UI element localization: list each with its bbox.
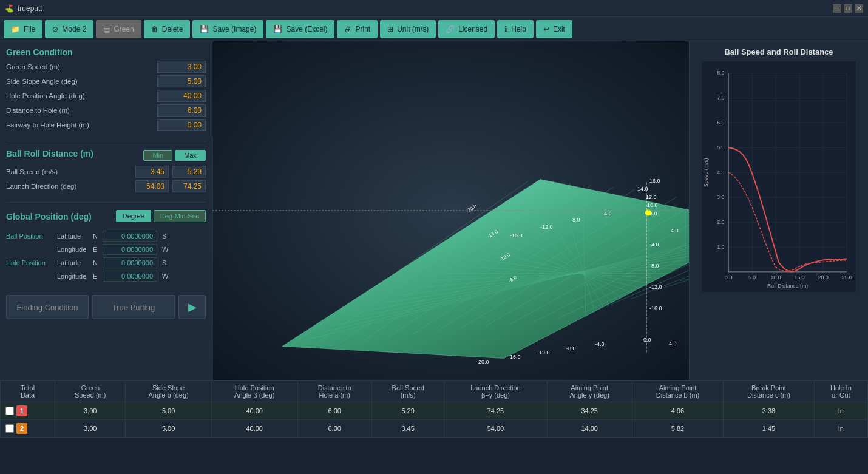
data-table-section: TotalData GreenSpeed (m) Side SlopeAngle… <box>0 380 868 474</box>
col-aim-angle: Aiming PointAngle γ (deg) <box>547 381 632 402</box>
gc-field-row-4: Fairway to Hole Height (m) <box>6 119 206 131</box>
launch-dir-values <box>135 180 206 192</box>
ball-lon-w-dir: W <box>162 246 169 253</box>
row-badge-0: 1 <box>16 405 27 416</box>
cell-break-dist-1: 1.45 <box>724 420 814 438</box>
max-ball-speed-input[interactable] <box>172 166 206 178</box>
left-panel: Green Condition Green Speed (m) Side Slo… <box>0 41 212 380</box>
speed-roll-chart: 8.0 7.0 6.0 5.0 4.0 3.0 2.0 1.0 0.0 5.0 … <box>700 61 858 292</box>
min-button[interactable]: Min <box>143 150 172 161</box>
cell-hole-pos-1: 40.00 <box>211 420 297 438</box>
cell-num-0: 1 <box>1 402 55 420</box>
top-4: 4.0 <box>671 228 679 234</box>
gc-field-value-2[interactable] <box>157 90 206 102</box>
ball-speed-values <box>135 166 206 178</box>
top-neg4: -4.0 <box>602 211 612 217</box>
deg-min-sec-button[interactable]: Deg-Min-Sec <box>154 210 206 222</box>
x-4-bot: 4.0 <box>669 340 677 347</box>
cell-hole-pos-0: 40.00 <box>211 402 297 420</box>
cell-launch-dir-1: 54.00 <box>444 420 547 438</box>
gc-field-value-1[interactable] <box>157 75 206 87</box>
min-ball-speed-input[interactable] <box>135 166 169 178</box>
ball-pos-lon-row: Longitude E W <box>6 244 206 255</box>
exit-button[interactable]: ↩ Exit <box>536 20 572 38</box>
col-total-data: TotalData <box>1 381 55 402</box>
maximize-button[interactable]: □ <box>844 4 852 13</box>
licensed-button[interactable]: 🔗 Licensed <box>438 20 495 38</box>
axis-label-10: 10.0 <box>647 202 658 208</box>
cell-green-speed-1: 3.00 <box>55 420 126 438</box>
gc-field-value-3[interactable] <box>157 104 206 117</box>
green-condition-title: Green Condition <box>6 47 206 57</box>
help-icon: ℹ <box>504 25 507 33</box>
true-putting-button[interactable]: True Putting <box>92 295 175 319</box>
play-button[interactable]: ▶ <box>178 295 206 319</box>
ball-lat-n-input[interactable] <box>103 231 157 242</box>
axis-label-12: 12.0 <box>646 194 657 200</box>
unit-icon: ⊞ <box>387 25 393 33</box>
y-4: 4.0 <box>717 169 724 175</box>
green-icon: ▤ <box>103 25 110 33</box>
gc-field-label-4: Fairway to Hole Height (m) <box>6 121 157 129</box>
table-row: 2 3.00 5.00 40.00 6.00 3.45 54.00 14.00 … <box>1 420 868 438</box>
row-checkbox-0[interactable] <box>5 407 14 415</box>
max-launch-dir-input[interactable] <box>172 180 206 192</box>
x-15: 15.0 <box>795 274 805 280</box>
delete-button[interactable]: 🗑 Delete <box>144 20 191 38</box>
min-max-buttons: Min Max <box>143 150 206 161</box>
min-launch-dir-input[interactable] <box>135 180 169 192</box>
main-content: Green Condition Green Speed (m) Side Slo… <box>0 41 868 380</box>
hole-lat-n-input[interactable] <box>103 257 157 268</box>
green-button[interactable]: ▤ Green <box>96 20 141 38</box>
ball-speed-row: Ball Speed (m/s) <box>6 166 206 178</box>
ball-lon-e-dir: E <box>93 246 100 253</box>
ball-lon-e-input[interactable] <box>103 244 157 255</box>
ball-pos-lat-row: Ball Position Latitude N S <box>6 231 206 242</box>
col-side-slope: Side SlopeAngle α (deg) <box>126 381 212 402</box>
launch-dir-label: Launch Direction (deg) <box>6 183 135 190</box>
degree-button[interactable]: Degree <box>116 210 151 222</box>
launch-dir-row: Launch Direction (deg) <box>6 180 206 192</box>
gc-field-label-1: Side Slope Angle (deg) <box>6 78 157 85</box>
chart-bg <box>702 61 855 292</box>
axis-y-neg4: -4.0 <box>649 242 659 248</box>
print-button[interactable]: 🖨 Print <box>337 20 378 38</box>
help-button[interactable]: ℹ Help <box>497 20 534 38</box>
gc-field-value-0[interactable] <box>157 61 206 73</box>
x-0: 0.0 <box>725 274 732 280</box>
folder-icon: 📁 <box>11 25 20 33</box>
gc-field-label-2: Hole Position Angle (deg) <box>6 92 157 100</box>
hole-lat-n-dir: N <box>93 259 100 266</box>
unit-button[interactable]: ⊞ Unit (m/s) <box>380 20 436 38</box>
ball-speed-label: Ball Speed (m/s) <box>6 168 135 175</box>
gc-field-value-4[interactable] <box>157 119 206 131</box>
hole-lon-e-input[interactable] <box>103 271 157 282</box>
table-body: 1 3.00 5.00 40.00 6.00 5.29 74.25 34.25 … <box>1 402 868 438</box>
minimize-button[interactable]: ─ <box>833 4 841 13</box>
data-table: TotalData GreenSpeed (m) Side SlopeAngle… <box>0 381 868 438</box>
finding-condition-button[interactable]: Finding Condition <box>6 295 89 319</box>
gp-header: Global Position (deg) Degree Deg-Min-Sec <box>6 210 206 227</box>
max-button[interactable]: Max <box>175 150 206 161</box>
chart-title: Ball Speed and Roll Distance <box>696 47 862 56</box>
gp-title: Global Position (deg) <box>6 212 92 222</box>
cell-hole-in-out-0: In <box>814 402 867 420</box>
ball-lon-label: Longitude <box>57 246 90 253</box>
x-neg12-bot: -12.0 <box>537 350 550 356</box>
cell-aim-angle-0: 34.25 <box>547 402 632 420</box>
row-checkbox-1[interactable] <box>5 424 14 433</box>
right-panel: Ball Speed and Roll Distance <box>689 41 868 380</box>
delete-icon: 🗑 <box>151 25 158 33</box>
save-image-button[interactable]: 💾 Save (Image) <box>192 20 263 38</box>
gc-field-row-3: Distance to Hole (m) <box>6 104 206 117</box>
ball-lat-s-dir: S <box>162 232 169 240</box>
titlebar-left: ⛳ trueputt <box>5 4 42 13</box>
x-neg8-bot: -8.0 <box>566 345 576 351</box>
file-button[interactable]: 📁 File <box>4 20 42 38</box>
save-excel-button[interactable]: 💾 Save (Excel) <box>266 20 334 38</box>
close-button[interactable]: ✕ <box>855 4 863 13</box>
mode-button[interactable]: ⊙ Mode 2 <box>45 20 93 38</box>
x-neg4-bot: -4.0 <box>595 341 605 347</box>
cell-ball-speed-1: 3.45 <box>371 420 444 438</box>
hole-lat-s-dir: S <box>162 259 169 266</box>
